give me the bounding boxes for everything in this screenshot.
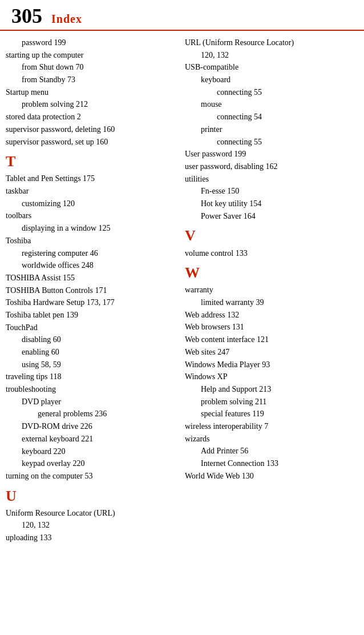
list-item: enabling 60 — [6, 346, 173, 359]
section-letter: U — [6, 487, 173, 505]
list-item: customizing 120 — [6, 198, 173, 210]
list-item: taskbar — [6, 185, 173, 198]
list-item: warranty — [185, 284, 353, 296]
list-item: worldwide offices 248 — [6, 259, 173, 272]
list-item: DVD-ROM drive 226 — [6, 420, 173, 433]
list-item: toolbars — [6, 210, 173, 222]
list-item: troubleshooting — [6, 383, 173, 396]
list-item: from Shut down 70 — [6, 61, 173, 74]
list-item: World Wide Web 130 — [185, 470, 353, 483]
list-item: Hot key utility 154 — [185, 198, 353, 210]
list-item: Web content interface 121 — [185, 333, 353, 346]
list-item: Web browsers 131 — [185, 321, 353, 333]
list-item: mouse — [185, 98, 353, 111]
section-letter: V — [185, 227, 353, 244]
list-item: Help and Support 213 — [185, 383, 353, 396]
left-column: password 199starting up the computerfrom… — [6, 37, 179, 544]
section-letter: T — [6, 152, 173, 170]
list-item: using 58, 59 — [6, 359, 173, 371]
list-item: limited warranty 39 — [185, 296, 353, 309]
list-item: starting up the computer — [6, 49, 173, 62]
list-item: Tablet and Pen Settings 175 — [6, 172, 173, 185]
list-item: Power Saver 164 — [185, 210, 353, 223]
index-content: password 199starting up the computerfrom… — [0, 31, 364, 550]
list-item: Startup menu — [6, 86, 173, 99]
list-item: password 199 — [6, 37, 173, 49]
list-item: user password, disabling 162 — [185, 160, 353, 173]
list-item: turning on the computer 53 — [6, 470, 173, 483]
list-item: Internet Connection 133 — [185, 457, 353, 470]
list-item: USB-compatible — [185, 61, 353, 74]
list-item: problem solving 211 — [185, 396, 353, 408]
list-item: wizards — [185, 433, 353, 445]
list-item: traveling tips 118 — [6, 371, 173, 383]
list-item: printer — [185, 123, 353, 136]
list-item: stored data protection 2 — [6, 111, 173, 123]
list-item: 120, 132 — [185, 49, 353, 62]
list-item: Toshiba — [6, 235, 173, 247]
list-item: Web address 132 — [185, 309, 353, 321]
list-item: Fn-esse 150 — [185, 185, 353, 198]
list-item: DVD player — [6, 396, 173, 408]
list-item: Toshiba tablet pen 139 — [6, 309, 173, 321]
list-item: uploading 133 — [6, 532, 173, 544]
list-item: Web sites 247 — [185, 346, 353, 359]
list-item: TOSHIBA Button Controls 171 — [6, 284, 173, 297]
list-item: wireless interoperability 7 — [185, 420, 353, 433]
list-item: Uniform Resource Locator (URL) — [6, 507, 173, 520]
list-item: connecting 54 — [185, 111, 353, 123]
list-item: connecting 55 — [185, 136, 353, 148]
list-item: Windows XP — [185, 371, 353, 383]
list-item: URL (Uniform Resource Locator) — [185, 37, 353, 49]
list-item: external keyboard 221 — [6, 433, 173, 445]
list-item: disabling 60 — [6, 333, 173, 346]
list-item: User password 199 — [185, 148, 353, 160]
section-letter: W — [185, 264, 353, 282]
list-item: keyboard — [185, 74, 353, 86]
list-item: Add Printer 56 — [185, 445, 353, 457]
list-item: displaying in a window 125 — [6, 222, 173, 235]
page-number: 305 — [11, 6, 42, 26]
list-item: supervisor password, deleting 160 — [6, 123, 173, 136]
list-item: special features 119 — [185, 408, 353, 420]
list-item: Windows Media Player 93 — [185, 359, 353, 371]
list-item: volume control 133 — [185, 247, 353, 260]
list-item: problem solving 212 — [6, 98, 173, 111]
list-item: registering computer 46 — [6, 247, 173, 260]
page-header: 305 Index — [0, 0, 364, 31]
page-title: Index — [51, 13, 82, 26]
list-item: Toshiba Hardware Setup 173, 177 — [6, 296, 173, 309]
right-column: URL (Uniform Resource Locator)120, 132US… — [179, 37, 353, 544]
list-item: from Standby 73 — [6, 74, 173, 86]
list-item: general problems 236 — [6, 408, 173, 420]
list-item: TOSHIBA Assist 155 — [6, 272, 173, 284]
list-item: TouchPad — [6, 321, 173, 334]
list-item: keypad overlay 220 — [6, 457, 173, 470]
list-item: connecting 55 — [185, 86, 353, 99]
list-item: 120, 132 — [6, 519, 173, 532]
list-item: utilities — [185, 173, 353, 186]
list-item: supervisor password, set up 160 — [6, 136, 173, 148]
list-item: keyboard 220 — [6, 445, 173, 458]
